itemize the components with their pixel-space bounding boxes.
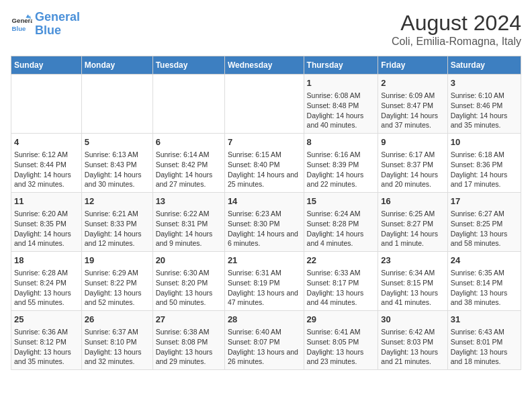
day-number: 7 [228,136,301,148]
day-number: 13 [156,195,222,208]
day-info: Sunrise: 6:31 AM Sunset: 8:19 PM Dayligh… [228,268,301,308]
empty-cell [152,75,224,134]
day-info: Sunrise: 6:23 AM Sunset: 8:30 PM Dayligh… [228,209,301,248]
day-number: 29 [307,314,375,326]
day-number: 6 [156,136,222,148]
day-info: Sunrise: 6:13 AM Sunset: 8:43 PM Dayligh… [85,150,150,189]
empty-cell [224,75,304,134]
calendar-day-cell: 8Sunrise: 6:16 AM Sunset: 8:39 PM Daylig… [304,134,378,193]
calendar-day-cell: 16Sunrise: 6:25 AM Sunset: 8:27 PM Dayli… [378,193,447,252]
day-number: 3 [451,77,518,89]
calendar-day-cell: 12Sunrise: 6:21 AM Sunset: 8:33 PM Dayli… [81,193,152,252]
weekday-header-tuesday: Tuesday [152,56,224,75]
day-info: Sunrise: 6:25 AM Sunset: 8:27 PM Dayligh… [381,209,444,248]
calendar-day-cell: 1Sunrise: 6:08 AM Sunset: 8:48 PM Daylig… [304,75,378,134]
weekday-header-row: SundayMondayTuesdayWednesdayThursdayFrid… [11,56,521,75]
svg-text:Blue: Blue [12,24,26,32]
calendar-day-cell: 13Sunrise: 6:22 AM Sunset: 8:31 PM Dayli… [152,193,224,252]
calendar-day-cell: 23Sunrise: 6:34 AM Sunset: 8:15 PM Dayli… [378,252,447,311]
day-info: Sunrise: 6:33 AM Sunset: 8:17 PM Dayligh… [307,268,375,308]
calendar-day-cell: 5Sunrise: 6:13 AM Sunset: 8:43 PM Daylig… [81,134,152,193]
calendar-week-row: 4Sunrise: 6:12 AM Sunset: 8:44 PM Daylig… [11,134,521,193]
day-info: Sunrise: 6:38 AM Sunset: 8:08 PM Dayligh… [156,327,222,367]
day-info: Sunrise: 6:08 AM Sunset: 8:48 PM Dayligh… [307,91,375,130]
day-number: 2 [381,77,444,89]
day-info: Sunrise: 6:34 AM Sunset: 8:15 PM Dayligh… [381,268,444,308]
day-number: 26 [85,314,150,326]
calendar-day-cell: 30Sunrise: 6:42 AM Sunset: 8:03 PM Dayli… [378,311,447,370]
calendar-day-cell: 10Sunrise: 6:18 AM Sunset: 8:36 PM Dayli… [447,134,521,193]
calendar-day-cell: 17Sunrise: 6:27 AM Sunset: 8:25 PM Dayli… [447,193,521,252]
day-info: Sunrise: 6:20 AM Sunset: 8:35 PM Dayligh… [14,209,79,248]
calendar-day-cell: 7Sunrise: 6:15 AM Sunset: 8:40 PM Daylig… [224,134,304,193]
day-number: 10 [451,136,518,148]
logo-icon: General Blue [11,13,32,35]
weekday-header-wednesday: Wednesday [224,56,304,75]
day-info: Sunrise: 6:43 AM Sunset: 8:01 PM Dayligh… [451,327,518,367]
calendar-day-cell: 19Sunrise: 6:29 AM Sunset: 8:22 PM Dayli… [81,252,152,311]
calendar-week-row: 1Sunrise: 6:08 AM Sunset: 8:48 PM Daylig… [11,75,521,134]
calendar-week-row: 25Sunrise: 6:36 AM Sunset: 8:12 PM Dayli… [11,311,521,370]
calendar-day-cell: 25Sunrise: 6:36 AM Sunset: 8:12 PM Dayli… [11,311,82,370]
logo-text: General Blue [35,11,80,38]
day-number: 1 [307,77,375,89]
calendar-day-cell: 18Sunrise: 6:28 AM Sunset: 8:24 PM Dayli… [11,252,82,311]
day-info: Sunrise: 6:24 AM Sunset: 8:28 PM Dayligh… [307,209,375,248]
day-number: 28 [228,314,301,326]
day-info: Sunrise: 6:37 AM Sunset: 8:10 PM Dayligh… [85,327,150,367]
calendar-week-row: 11Sunrise: 6:20 AM Sunset: 8:35 PM Dayli… [11,193,521,252]
day-info: Sunrise: 6:14 AM Sunset: 8:42 PM Dayligh… [156,150,222,189]
day-info: Sunrise: 6:12 AM Sunset: 8:44 PM Dayligh… [14,150,79,189]
day-info: Sunrise: 6:36 AM Sunset: 8:12 PM Dayligh… [14,327,79,367]
day-number: 8 [307,136,375,148]
calendar-day-cell: 26Sunrise: 6:37 AM Sunset: 8:10 PM Dayli… [81,311,152,370]
day-info: Sunrise: 6:22 AM Sunset: 8:31 PM Dayligh… [156,209,222,248]
calendar-day-cell: 9Sunrise: 6:17 AM Sunset: 8:37 PM Daylig… [378,134,447,193]
day-info: Sunrise: 6:42 AM Sunset: 8:03 PM Dayligh… [381,327,444,367]
location-subtitle: Coli, Emilia-Romagna, Italy [392,36,521,48]
day-number: 15 [307,195,375,208]
calendar-day-cell: 11Sunrise: 6:20 AM Sunset: 8:35 PM Dayli… [11,193,82,252]
calendar-day-cell: 22Sunrise: 6:33 AM Sunset: 8:17 PM Dayli… [304,252,378,311]
calendar-day-cell: 6Sunrise: 6:14 AM Sunset: 8:42 PM Daylig… [152,134,224,193]
day-number: 5 [85,136,150,148]
day-info: Sunrise: 6:09 AM Sunset: 8:47 PM Dayligh… [381,91,444,130]
day-info: Sunrise: 6:30 AM Sunset: 8:20 PM Dayligh… [156,268,222,308]
logo: General Blue General Blue [11,11,80,38]
day-number: 22 [307,255,375,267]
calendar-table: SundayMondayTuesdayWednesdayThursdayFrid… [11,56,521,370]
empty-cell [81,75,152,134]
weekday-header-monday: Monday [81,56,152,75]
weekday-header-friday: Friday [378,56,447,75]
logo-general: General [35,10,80,24]
day-info: Sunrise: 6:29 AM Sunset: 8:22 PM Dayligh… [85,268,150,308]
day-info: Sunrise: 6:10 AM Sunset: 8:46 PM Dayligh… [451,91,518,130]
weekday-header-saturday: Saturday [447,56,521,75]
calendar-day-cell: 27Sunrise: 6:38 AM Sunset: 8:08 PM Dayli… [152,311,224,370]
calendar-day-cell: 21Sunrise: 6:31 AM Sunset: 8:19 PM Dayli… [224,252,304,311]
month-year-title: August 2024 [392,11,521,36]
weekday-header-sunday: Sunday [11,56,82,75]
empty-cell [11,75,82,134]
day-number: 23 [381,255,444,267]
day-info: Sunrise: 6:28 AM Sunset: 8:24 PM Dayligh… [14,268,79,308]
day-number: 20 [156,255,222,267]
calendar-day-cell: 20Sunrise: 6:30 AM Sunset: 8:20 PM Dayli… [152,252,224,311]
calendar-day-cell: 14Sunrise: 6:23 AM Sunset: 8:30 PM Dayli… [224,193,304,252]
day-info: Sunrise: 6:27 AM Sunset: 8:25 PM Dayligh… [451,209,518,248]
day-number: 27 [156,314,222,326]
weekday-header-thursday: Thursday [304,56,378,75]
day-number: 9 [381,136,444,148]
day-number: 24 [451,255,518,267]
day-number: 19 [85,255,150,267]
day-info: Sunrise: 6:35 AM Sunset: 8:14 PM Dayligh… [451,268,518,308]
day-number: 16 [381,195,444,208]
day-info: Sunrise: 6:21 AM Sunset: 8:33 PM Dayligh… [85,209,150,248]
day-info: Sunrise: 6:18 AM Sunset: 8:36 PM Dayligh… [451,150,518,189]
day-number: 25 [14,314,79,326]
day-info: Sunrise: 6:15 AM Sunset: 8:40 PM Dayligh… [228,150,301,189]
day-number: 31 [451,314,518,326]
day-number: 30 [381,314,444,326]
calendar-day-cell: 24Sunrise: 6:35 AM Sunset: 8:14 PM Dayli… [447,252,521,311]
day-number: 11 [14,195,79,208]
